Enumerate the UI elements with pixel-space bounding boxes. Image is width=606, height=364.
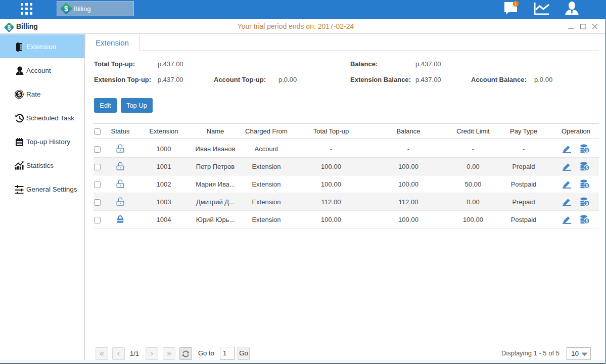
svg-text:$: $	[585, 165, 588, 170]
svg-text:$: $	[18, 91, 21, 97]
svg-text:$: $	[585, 148, 588, 153]
svg-text:$: $	[585, 183, 588, 188]
svg-text:$: $	[585, 201, 588, 206]
svg-text:$: $	[585, 218, 588, 223]
svg-text:$: $	[64, 5, 68, 13]
svg-text:!: !	[515, 2, 517, 7]
